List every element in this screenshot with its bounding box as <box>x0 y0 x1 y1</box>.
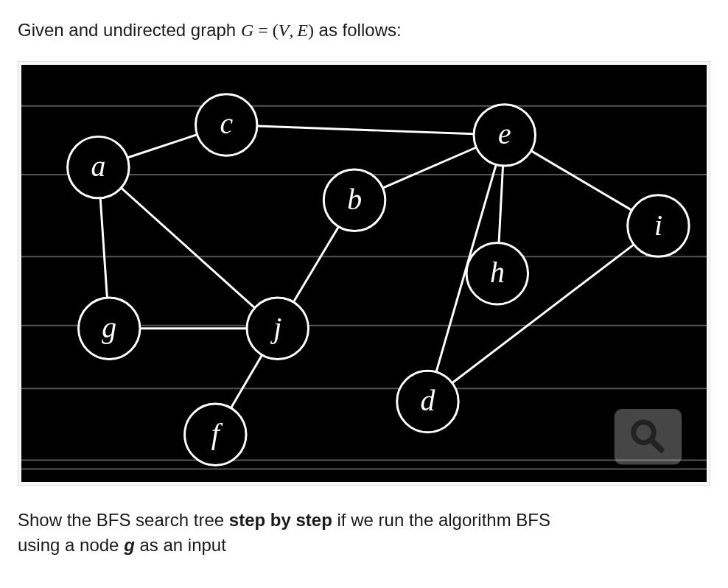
node-label-g: g <box>102 311 116 343</box>
intro-prefix: Given and undirected graph <box>18 20 241 40</box>
node-a: a <box>68 136 129 197</box>
intro-suffix: as follows: <box>314 20 402 40</box>
prompt-g-var: g <box>124 535 135 555</box>
zoom-button[interactable] <box>615 409 682 465</box>
node-h: h <box>466 242 528 304</box>
prompt-p3: using a node <box>18 535 124 555</box>
node-label-i: i <box>654 209 662 241</box>
set-E: E <box>297 21 308 40</box>
comma: , <box>289 21 297 40</box>
node-e: e <box>474 104 535 165</box>
node-j: j <box>247 298 308 359</box>
prompt-p4: as an input <box>135 535 226 555</box>
prompt-p2: if we run the algorithm BFS <box>332 510 550 530</box>
node-label-d: d <box>421 385 435 417</box>
graph-svg: acbeihgjdf <box>21 65 707 482</box>
equals: = <box>253 21 273 40</box>
paren-close: ) <box>308 21 314 40</box>
set-V: V <box>279 21 290 40</box>
node-label-b: b <box>347 183 362 215</box>
node-d: d <box>397 371 458 432</box>
node-label-e: e <box>498 118 511 150</box>
graph-background <box>21 65 707 482</box>
node-f: f <box>185 404 246 465</box>
node-label-c: c <box>220 108 233 140</box>
graph-figure: acbeihgjdf <box>18 61 710 486</box>
node-label-h: h <box>490 256 505 289</box>
node-i: i <box>628 195 689 256</box>
prompt-step-by-step: step by step <box>229 510 332 530</box>
node-label-a: a <box>91 150 105 183</box>
task-prompt: Show the BFS search tree step by step if… <box>18 508 710 557</box>
prompt-p1: Show the BFS search tree <box>18 510 229 530</box>
node-b: b <box>323 169 385 231</box>
node-g: g <box>79 298 140 359</box>
node-c: c <box>195 94 256 155</box>
problem-statement: Given and undirected graph G = (V, E) as… <box>18 18 710 43</box>
paren-open: ( <box>273 21 279 40</box>
svg-rect-17 <box>615 409 682 465</box>
graph-symbol: G <box>241 21 253 40</box>
